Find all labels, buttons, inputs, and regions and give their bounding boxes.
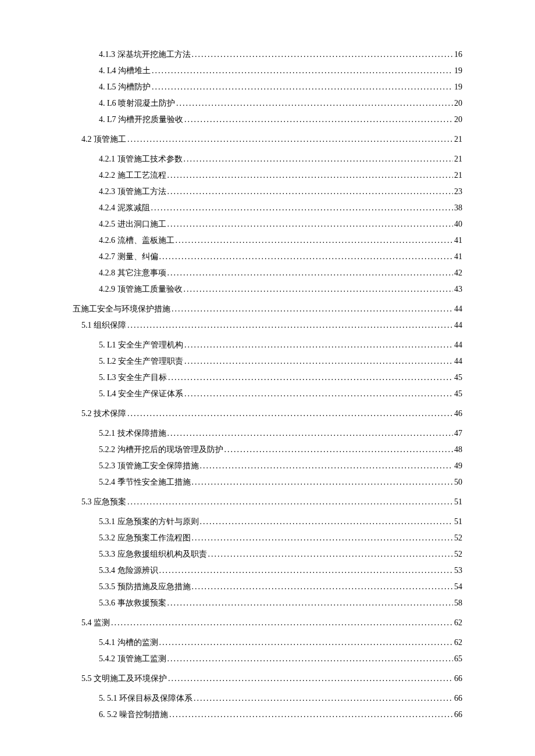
toc-page-number: 45 bbox=[454, 373, 462, 382]
toc-page-number: 21 bbox=[454, 135, 462, 144]
toc-entry: 4.2.8 其它注意事项42 bbox=[73, 268, 462, 278]
toc-entry: 5.3 应急预案51 bbox=[73, 497, 462, 507]
toc-page-number: 21 bbox=[454, 171, 462, 180]
toc-leader-dots bbox=[176, 99, 453, 108]
toc-label: 5.3.3 应急救援组织机构及职责 bbox=[99, 549, 207, 560]
toc-page-number: 54 bbox=[454, 582, 462, 592]
toc-leader-dots bbox=[184, 155, 454, 164]
toc-entry: 4. L5 沟槽防护19 bbox=[73, 82, 462, 92]
toc-label: 4. L4 沟槽堆土 bbox=[99, 66, 151, 76]
toc-entry: 5.2.4 季节性安全施工措施50 bbox=[73, 477, 462, 488]
toc-entry: 5.3.3 应急救援组织机构及职责52 bbox=[73, 549, 462, 560]
toc-page-number: 38 bbox=[454, 203, 462, 213]
toc-page-number: 20 bbox=[454, 99, 462, 108]
toc-entry: 4.2.9 顶管施工质量验收43 bbox=[73, 284, 462, 295]
toc-leader-dots bbox=[159, 252, 454, 261]
toc-page-number: 19 bbox=[454, 66, 462, 76]
toc-page-number: 44 bbox=[454, 321, 462, 330]
toc-entry: 5.3.5 预防措施及应急措施54 bbox=[73, 582, 462, 592]
toc-leader-dots bbox=[184, 389, 453, 399]
toc-leader-dots bbox=[184, 357, 453, 366]
toc-label: 4.2.7 测量、纠偏 bbox=[99, 252, 158, 262]
toc-entry: 4.2.7 测量、纠偏41 bbox=[73, 252, 462, 262]
toc-leader-dots bbox=[184, 115, 453, 124]
toc-entry: 5.1 组织保障44 bbox=[73, 320, 462, 331]
toc-label: 4. L6 喷射混凝土防护 bbox=[99, 98, 175, 109]
toc-entry: 5.4 监测62 bbox=[73, 618, 462, 628]
toc-leader-dots bbox=[169, 710, 453, 719]
toc-page-number: 40 bbox=[454, 220, 462, 229]
toc-label: 4.2.3 顶管施工方法 bbox=[99, 187, 166, 197]
toc-page-number: 48 bbox=[454, 445, 462, 454]
toc-page-number: 53 bbox=[454, 566, 462, 575]
toc-label: 6. 5.2 噪音控制措施 bbox=[99, 710, 168, 720]
toc-entry: 5.3.2 应急预案工作流程图52 bbox=[73, 533, 462, 543]
toc-page-number: 21 bbox=[454, 155, 462, 164]
toc-leader-dots bbox=[167, 268, 454, 278]
toc-label: 4.2.5 进出洞口施工 bbox=[99, 219, 166, 230]
toc-page-number: 62 bbox=[454, 618, 462, 628]
toc-leader-dots bbox=[168, 674, 453, 683]
toc-entry: 4. L7 沟槽开挖质量验收20 bbox=[73, 114, 462, 125]
toc-page-number: 20 bbox=[454, 115, 462, 124]
toc-entry: 5. L4 安全生产保证体系45 bbox=[73, 389, 462, 399]
toc-leader-dots bbox=[194, 694, 453, 703]
toc-leader-dots bbox=[127, 497, 453, 507]
toc-label: 5.4.2 顶管施工监测 bbox=[99, 654, 166, 664]
toc-leader-dots bbox=[127, 135, 453, 144]
toc-label: 4.2.1 顶管施工技术参数 bbox=[99, 154, 183, 164]
toc-label: 5.3 应急预案 bbox=[81, 497, 126, 507]
toc-entry: 5. L3 安全生产目标45 bbox=[73, 372, 462, 383]
toc-entry: 5.4.1 沟槽的监测62 bbox=[73, 637, 462, 648]
toc-leader-dots bbox=[192, 478, 454, 487]
toc-leader-dots bbox=[167, 654, 454, 664]
toc-entry: 4.1.3 深基坑开挖施工方法16 bbox=[73, 49, 462, 60]
toc-entry: 5.2 技术保障46 bbox=[73, 409, 462, 419]
toc-label: 4.2.8 其它注意事项 bbox=[99, 268, 166, 278]
toc-entry: 4.2.5 进出洞口施工40 bbox=[73, 219, 462, 230]
toc-leader-dots bbox=[152, 66, 453, 76]
toc-leader-dots bbox=[127, 321, 453, 330]
toc-label: 5.2.4 季节性安全施工措施 bbox=[99, 477, 191, 488]
toc-label: 5.3.5 预防措施及应急措施 bbox=[99, 582, 191, 592]
toc-page-number: 16 bbox=[454, 50, 462, 59]
toc-entry: 五施工安全与环境保护措施44 bbox=[73, 304, 462, 314]
toc-page-number: 41 bbox=[454, 252, 462, 261]
toc-leader-dots bbox=[168, 373, 453, 382]
table-of-contents: 4.1.3 深基坑开挖施工方法164. L4 沟槽堆土194. L5 沟槽防护1… bbox=[73, 49, 462, 720]
toc-label: 5.2.3 顶管施工安全保障措施 bbox=[99, 461, 199, 471]
toc-page-number: 58 bbox=[454, 599, 462, 608]
toc-leader-dots bbox=[167, 429, 454, 438]
toc-page-number: 51 bbox=[454, 497, 462, 507]
toc-leader-dots bbox=[167, 187, 454, 196]
toc-page-number: 66 bbox=[454, 694, 462, 703]
toc-leader-dots bbox=[172, 304, 453, 314]
toc-label: 5.2 技术保障 bbox=[81, 409, 126, 419]
toc-leader-dots bbox=[224, 445, 454, 454]
toc-label: 5.3.1 应急预案的方针与原则 bbox=[99, 517, 199, 527]
toc-page-number: 46 bbox=[454, 409, 462, 418]
toc-entry: 4.2 顶管施工21 bbox=[73, 134, 462, 145]
toc-leader-dots bbox=[159, 566, 454, 575]
toc-label: 5.3.4 危险源辨识 bbox=[99, 565, 158, 576]
toc-label: 5. L3 安全生产目标 bbox=[99, 372, 167, 383]
toc-entry: 4.2.4 泥浆减阻38 bbox=[73, 203, 462, 213]
toc-entry: 5.2.3 顶管施工安全保障措施49 bbox=[73, 461, 462, 471]
toc-entry: 4. L6 喷射混凝土防护20 bbox=[73, 98, 462, 109]
toc-entry: 6. 5.2 噪音控制措施66 bbox=[73, 710, 462, 720]
toc-label: 5.5 文明施工及环境保护 bbox=[81, 673, 167, 684]
toc-entry: 5.2.2 沟槽开挖后的现场管理及防护48 bbox=[73, 445, 462, 455]
toc-entry: 5. L2 安全生产管理职责44 bbox=[73, 356, 462, 367]
toc-leader-dots bbox=[184, 285, 454, 294]
toc-leader-dots bbox=[184, 341, 453, 350]
toc-entry: 5.3.1 应急预案的方针与原则51 bbox=[73, 517, 462, 527]
toc-label: 5.1 组织保障 bbox=[81, 320, 126, 331]
toc-entry: 4.2.1 顶管施工技术参数21 bbox=[73, 154, 462, 164]
toc-label: 5.2.2 沟槽开挖后的现场管理及防护 bbox=[99, 445, 223, 455]
toc-label: 5.3.6 事故救援预案 bbox=[99, 598, 166, 608]
toc-leader-dots bbox=[208, 550, 454, 559]
toc-leader-dots bbox=[151, 203, 454, 213]
toc-entry: 5. 5.1 环保目标及保障体系66 bbox=[73, 693, 462, 704]
toc-entry: 5. L1 安全生产管理机构44 bbox=[73, 340, 462, 350]
toc-page-number: 42 bbox=[454, 268, 462, 278]
